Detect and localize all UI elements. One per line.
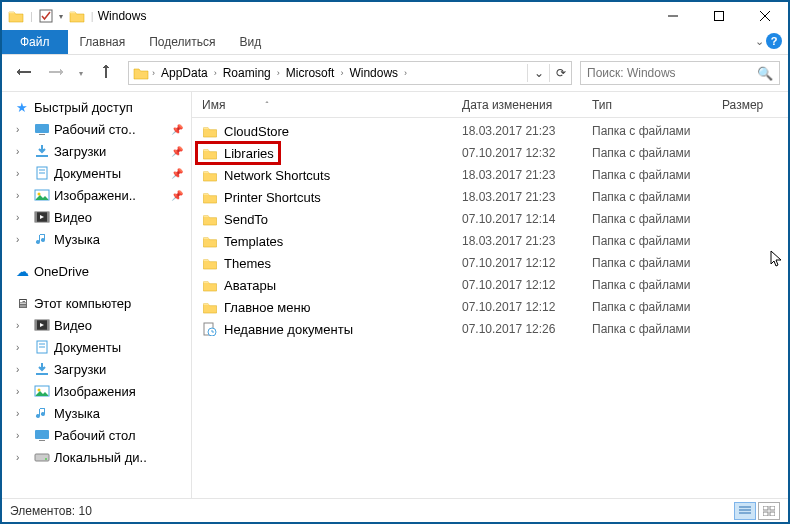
expand-icon[interactable]: › — [16, 168, 19, 179]
sidebar-item[interactable]: › Локальный ди.. — [2, 446, 191, 468]
expand-icon[interactable]: › — [16, 124, 19, 135]
file-list[interactable]: CloudStore 18.03.2017 21:23 Папка с файл… — [192, 118, 788, 498]
pin-icon: 📌 — [171, 146, 183, 157]
search-box[interactable]: 🔍 — [580, 61, 780, 85]
history-dropdown[interactable]: ▾ — [74, 69, 88, 78]
sidebar-item-label: OneDrive — [34, 264, 89, 279]
svg-rect-7 — [36, 155, 48, 157]
maximize-button[interactable] — [696, 2, 742, 30]
sidebar-item[interactable]: › Музыка — [2, 228, 191, 250]
expand-icon[interactable]: › — [16, 234, 19, 245]
pictures-icon — [34, 187, 50, 203]
svg-rect-14 — [35, 212, 37, 222]
titlebar: | ▾ | Windows — [2, 2, 788, 30]
help-button[interactable]: ? — [766, 33, 782, 49]
sidebar-quick-access[interactable]: ★ Быстрый доступ — [2, 96, 191, 118]
breadcrumb-seg[interactable]: AppData — [158, 66, 211, 80]
file-row[interactable]: SendTo 07.10.2017 12:14 Папка с файлами — [192, 208, 788, 230]
column-name[interactable]: Имя ˆ — [202, 98, 462, 112]
view-details-button[interactable] — [734, 502, 756, 520]
sidebar-item[interactable]: › Музыка — [2, 402, 191, 424]
ribbon-expand-icon[interactable]: ⌄ — [755, 35, 764, 48]
minimize-button[interactable] — [650, 2, 696, 30]
svg-rect-37 — [770, 512, 775, 516]
file-date: 07.10.2017 12:26 — [462, 322, 592, 336]
sidebar-this-pc[interactable]: 🖥 Этот компьютер — [2, 292, 191, 314]
breadcrumb[interactable]: › AppData › Roaming › Microsoft › Window… — [128, 61, 572, 85]
breadcrumb-seg[interactable]: Windows — [346, 66, 401, 80]
expand-icon[interactable]: › — [16, 190, 19, 201]
file-date: 18.03.2017 21:23 — [462, 168, 592, 182]
sidebar-item-label: Загрузки — [54, 362, 106, 377]
tab-file[interactable]: Файл — [2, 30, 68, 54]
forward-button[interactable]: 🠖 — [42, 59, 70, 87]
sidebar-item[interactable]: › Видео — [2, 206, 191, 228]
expand-icon[interactable]: › — [16, 386, 19, 397]
svg-rect-15 — [47, 212, 49, 222]
file-row[interactable]: Printer Shortcuts 18.03.2017 21:23 Папка… — [192, 186, 788, 208]
breadcrumb-folder-icon — [133, 66, 149, 80]
refresh-button[interactable]: ⟳ — [549, 64, 571, 82]
file-row[interactable]: Templates 18.03.2017 21:23 Папка с файла… — [192, 230, 788, 252]
expand-icon[interactable]: › — [16, 342, 19, 353]
column-size[interactable]: Размер — [722, 98, 782, 112]
file-date: 07.10.2017 12:12 — [462, 278, 592, 292]
breadcrumb-dropdown[interactable]: ⌄ — [527, 64, 549, 82]
breadcrumb-caret[interactable]: › — [149, 68, 158, 78]
expand-icon[interactable]: › — [16, 320, 19, 331]
expand-icon[interactable]: › — [16, 146, 19, 157]
breadcrumb-seg[interactable]: Roaming — [220, 66, 274, 80]
qat-dropdown-icon[interactable]: ▾ — [59, 12, 63, 21]
column-type[interactable]: Тип — [592, 98, 722, 112]
file-row[interactable]: Аватары 07.10.2017 12:12 Папка с файлами — [192, 274, 788, 296]
sidebar-item-label: Рабочий стол — [54, 428, 136, 443]
file-row[interactable]: Themes 07.10.2017 12:12 Папка с файлами — [192, 252, 788, 274]
up-button[interactable]: 🠕 — [92, 59, 120, 87]
back-button[interactable]: 🠔 — [10, 59, 38, 87]
downloads-icon — [34, 361, 50, 377]
sidebar-item[interactable]: › Загрузки 📌 — [2, 140, 191, 162]
expand-icon[interactable]: › — [16, 452, 19, 463]
navigation-pane[interactable]: ★ Быстрый доступ › Рабочий сто.. 📌› Загр… — [2, 92, 192, 498]
tab-share[interactable]: Поделиться — [137, 30, 227, 54]
tab-view[interactable]: Вид — [227, 30, 273, 54]
breadcrumb-caret[interactable]: › — [274, 68, 283, 78]
expand-icon[interactable]: › — [16, 212, 19, 223]
sidebar-item[interactable]: › Рабочий стол — [2, 424, 191, 446]
expand-icon[interactable]: › — [16, 408, 19, 419]
file-row[interactable]: Libraries 07.10.2017 12:32 Папка с файла… — [192, 142, 788, 164]
file-row[interactable]: Главное меню 07.10.2017 12:12 Папка с фа… — [192, 296, 788, 318]
breadcrumb-caret[interactable]: › — [401, 68, 410, 78]
sidebar-item[interactable]: › Изображени.. 📌 — [2, 184, 191, 206]
view-icons-button[interactable] — [758, 502, 780, 520]
expand-icon[interactable]: › — [16, 430, 19, 441]
sort-indicator-icon: ˆ — [265, 100, 268, 110]
breadcrumb-caret[interactable]: › — [211, 68, 220, 78]
sidebar-item[interactable]: › Изображения — [2, 380, 191, 402]
file-row[interactable]: CloudStore 18.03.2017 21:23 Папка с файл… — [192, 120, 788, 142]
file-row[interactable]: Недавние документы 07.10.2017 12:26 Папк… — [192, 318, 788, 340]
sidebar-item[interactable]: › Документы 📌 — [2, 162, 191, 184]
search-input[interactable] — [587, 66, 757, 80]
file-row[interactable]: Network Shortcuts 18.03.2017 21:23 Папка… — [192, 164, 788, 186]
svg-point-28 — [45, 458, 47, 460]
qat-separator: | — [30, 10, 33, 22]
sidebar-item[interactable]: › Рабочий сто.. 📌 — [2, 118, 191, 140]
expand-icon[interactable]: › — [16, 364, 19, 375]
breadcrumb-caret[interactable]: › — [337, 68, 346, 78]
folder-icon — [202, 167, 218, 183]
svg-rect-22 — [36, 373, 48, 375]
sidebar-item-label: Загрузки — [54, 144, 106, 159]
sidebar-item[interactable]: › Загрузки — [2, 358, 191, 380]
close-button[interactable] — [742, 2, 788, 30]
qat-properties-icon[interactable] — [39, 9, 53, 23]
tab-home[interactable]: Главная — [68, 30, 138, 54]
search-icon[interactable]: 🔍 — [757, 66, 773, 81]
column-date[interactable]: Дата изменения — [462, 98, 592, 112]
sidebar-onedrive[interactable]: ☁ OneDrive — [2, 260, 191, 282]
column-name-label: Имя — [202, 98, 225, 112]
sidebar-item-label: Документы — [54, 166, 121, 181]
sidebar-item[interactable]: › Видео — [2, 314, 191, 336]
breadcrumb-seg[interactable]: Microsoft — [283, 66, 338, 80]
sidebar-item[interactable]: › Документы — [2, 336, 191, 358]
